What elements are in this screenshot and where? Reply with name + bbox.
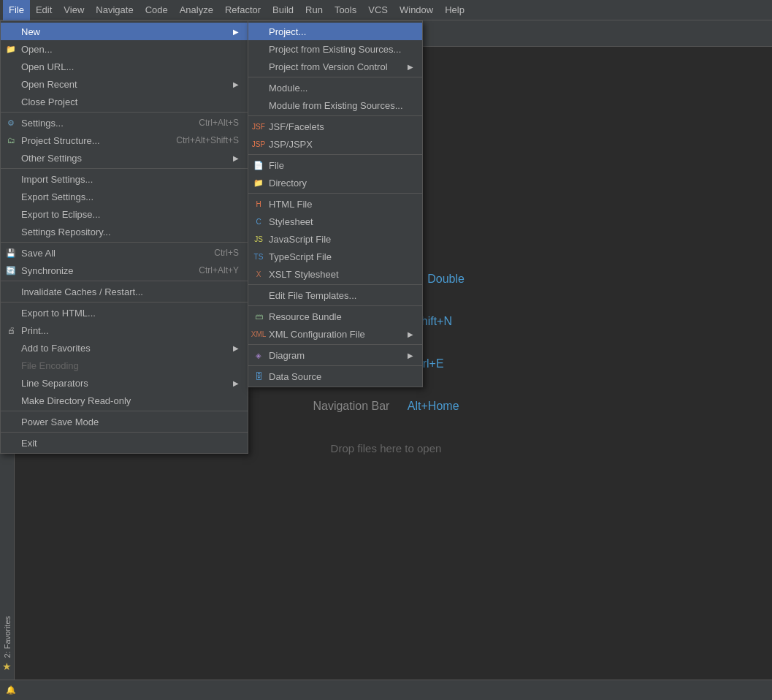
menu-item-import-settings[interactable]: Import Settings... [1,170,248,188]
favorites-panel-label[interactable]: 2: Favorites [3,616,12,658]
resource-bundle-icon: 🗃 [253,311,264,322]
menu-item-export-settings-label: Export Settings... [21,191,93,202]
new-submenu-xslt-label: XSLT Stylesheet [269,269,339,280]
folder-icon: 📁 [5,43,17,55]
search-everywhere-key: Double [427,273,465,286]
new-submenu-project[interactable]: Project... [248,23,422,40]
menu-bar: File Edit View Navigate Code Analyze Ref… [0,0,772,20]
status-bar: 🔔 [0,680,772,700]
new-submenu-jsf[interactable]: JSF JSF/Facelets [248,118,422,135]
project-structure-shortcut: Ctrl+Alt+Shift+S [161,135,239,145]
menu-item-export-html[interactable]: Export to HTML... [1,304,248,322]
menu-window[interactable]: Window [394,0,439,20]
menu-item-invalidate-caches[interactable]: Invalidate Caches / Restart... [1,283,248,300]
menu-refactor[interactable]: Refactor [219,0,267,20]
new-submenu-project-vcs[interactable]: Project from Version Control ▶ [248,58,422,75]
new-submenu-data-source-label: Data Source [269,371,321,382]
directory-icon: 📁 [253,177,264,189]
menu-item-close-project[interactable]: Close Project [1,93,248,110]
menu-item-new-label: New [21,26,40,37]
new-submenu-directory-label: Directory [269,178,307,189]
new-submenu-file-label: File [269,160,284,171]
menu-build[interactable]: Build [267,0,299,20]
menu-code[interactable]: Code [140,0,174,20]
new-submenu-data-source[interactable]: 🗄 Data Source [248,368,422,385]
new-submenu-stylesheet[interactable]: C Stylesheet [248,213,422,230]
menu-item-power-save[interactable]: Power Save Mode [1,413,248,430]
menu-item-settings[interactable]: ⚙ Settings... Ctrl+Alt+S [1,114,248,132]
menu-item-exit-label: Exit [21,438,37,449]
menu-help[interactable]: Help [439,0,470,20]
new-submenu: Project... Project from Existing Sources… [248,20,423,387]
new-submenu-project-vcs-label: Project from Version Control [269,61,388,72]
new-submenu-directory[interactable]: 📁 Directory [248,174,422,191]
menu-item-project-structure-label: Project Structure... [21,135,100,146]
new-sep-3 [248,154,422,155]
menu-item-open-recent[interactable]: Open Recent ▶ [1,75,248,93]
navigation-bar-label: Navigation Bar [313,400,389,413]
menu-item-settings-repo[interactable]: Settings Repository... [1,223,248,240]
save-icon: 💾 [5,247,17,259]
new-submenu-edit-templates[interactable]: Edit File Templates... [248,286,422,304]
menu-item-make-dir-readonly[interactable]: Make Directory Read-only [1,392,248,409]
new-sep-6 [248,305,422,306]
new-submenu-resource-bundle[interactable]: 🗃 Resource Bundle [248,308,422,325]
new-submenu-xslt[interactable]: X XSLT Stylesheet [248,265,422,283]
new-submenu-xml-config[interactable]: XML XML Configuration File ▶ [248,325,422,343]
menu-item-print-label: Print... [21,325,49,336]
menu-item-add-favorites[interactable]: Add to Favorites ▶ [1,339,248,357]
new-submenu-module-existing-label: Module from Existing Sources... [269,100,403,111]
new-submenu-html[interactable]: H HTML File [248,195,422,213]
sep-7 [1,432,248,433]
new-sep-5 [248,284,422,285]
menu-item-open[interactable]: 📁 Open... [1,40,248,58]
menu-item-export-eclipse[interactable]: Export to Eclipse... [1,205,248,223]
new-submenu-typescript[interactable]: TS TypeScript File [248,248,422,265]
new-submenu-module[interactable]: Module... [248,79,422,96]
sep-6 [1,411,248,411]
new-submenu-module-existing[interactable]: Module from Existing Sources... [248,96,422,114]
menu-item-save-all[interactable]: 💾 Save All Ctrl+S [1,244,248,262]
menu-item-synchronize[interactable]: 🔄 Synchronize Ctrl+Alt+Y [1,262,248,279]
new-sep-1 [248,77,422,77]
submenu-arrow-vcs: ▶ [400,63,413,71]
menu-item-print[interactable]: 🖨 Print... [1,322,248,339]
menu-item-file-encoding[interactable]: File Encoding [1,357,248,374]
menu-item-new[interactable]: New ▶ [1,23,248,40]
menu-item-export-settings[interactable]: Export Settings... [1,188,248,205]
menu-view[interactable]: View [58,0,90,20]
menu-navigate[interactable]: Navigate [90,0,139,20]
new-submenu-jsf-label: JSF/Facelets [269,121,324,132]
synchronize-shortcut: Ctrl+Alt+Y [184,265,239,275]
menu-file[interactable]: File [3,0,30,20]
settings-shortcut: Ctrl+Alt+S [184,118,239,128]
menu-analyze[interactable]: Analyze [174,0,219,20]
menu-item-open-url[interactable]: Open URL... [1,58,248,75]
new-submenu-diagram[interactable]: ◈ Diagram ▶ [248,346,422,364]
menu-item-other-settings[interactable]: Other Settings ▶ [1,149,248,167]
menu-item-file-encoding-label: File Encoding [21,360,79,371]
new-submenu-file[interactable]: 📄 File [248,156,422,174]
html-icon: H [253,198,264,210]
menu-item-project-structure[interactable]: 🗂 Project Structure... Ctrl+Alt+Shift+S [1,132,248,149]
new-submenu-jsp[interactable]: JSP JSP/JSPX [248,135,422,153]
menu-vcs[interactable]: VCS [362,0,394,20]
menu-item-open-url-label: Open URL... [21,61,74,72]
menu-item-open-recent-label: Open Recent [21,79,77,90]
db-icon: 🗄 [253,370,264,382]
menu-edit[interactable]: Edit [30,0,58,20]
new-sep-7 [248,344,422,345]
menu-item-line-separators-label: Line Separators [21,378,88,389]
menu-run[interactable]: Run [299,0,329,20]
menu-tools[interactable]: Tools [329,0,362,20]
submenu-arrow-other-settings: ▶ [226,154,239,162]
new-submenu-project-existing[interactable]: Project from Existing Sources... [248,40,422,58]
css-icon: C [253,216,264,227]
submenu-arrow-new: ▶ [226,28,239,36]
menu-item-exit[interactable]: Exit [1,434,248,452]
ts-icon: TS [253,251,264,262]
jsp-icon: JSP [253,138,264,150]
menu-item-line-separators[interactable]: Line Separators ▶ [1,374,248,392]
menu-item-synchronize-label: Synchronize [21,265,74,276]
new-submenu-javascript[interactable]: JS JavaScript File [248,230,422,248]
